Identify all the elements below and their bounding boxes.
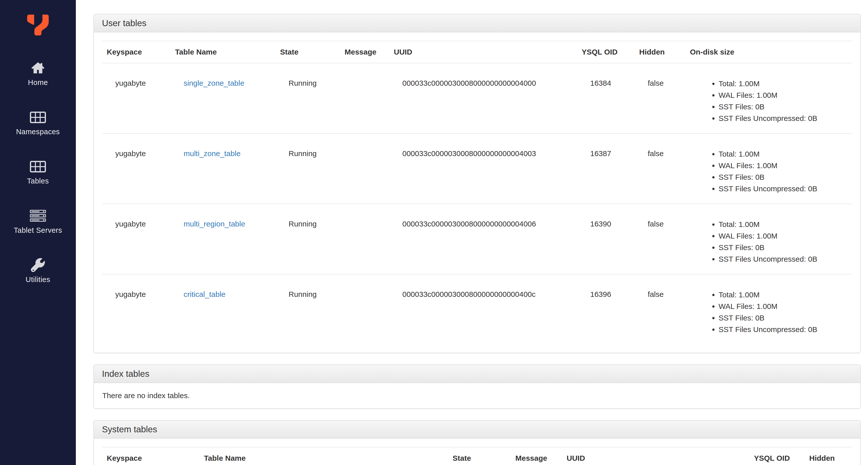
table-row: yugabyte multi_zone_table Running 000033… xyxy=(102,134,852,204)
panel-title: User tables xyxy=(102,18,147,28)
table-header-row: Keyspace Table Name State Message UUID Y… xyxy=(102,41,852,63)
cell-table-name: single_zone_table xyxy=(170,63,276,134)
cell-keyspace: yugabyte xyxy=(102,274,170,344)
yugabyte-logo-icon xyxy=(27,14,49,36)
cell-table-name: critical_table xyxy=(170,274,276,344)
col-on-disk-size: On-disk size xyxy=(685,41,852,63)
table-grid-icon xyxy=(30,159,46,174)
sidebar-item-tables[interactable]: Tables xyxy=(0,152,76,201)
col-ysql-oid: YSQL OID xyxy=(749,447,805,465)
index-tables-panel: Index tables There are no index tables. xyxy=(93,365,861,409)
col-state: State xyxy=(448,447,511,465)
cell-ysql-oid: 16396 xyxy=(577,274,635,344)
col-ysql-oid: YSQL OID xyxy=(577,41,635,63)
cell-hidden: false xyxy=(635,63,685,134)
system-tables-body: Keyspace Table Name State Message UUID Y… xyxy=(94,439,860,465)
cell-hidden: false xyxy=(635,134,685,204)
disk-size-item: SST Files: 0B xyxy=(719,312,849,324)
cell-ysql-oid: 16384 xyxy=(577,63,635,134)
sidebar: Home Namespaces xyxy=(0,0,76,465)
col-message: Message xyxy=(511,447,562,465)
servers-icon xyxy=(30,208,46,224)
index-tables-body: There are no index tables. xyxy=(94,383,860,408)
col-table-name: Table Name xyxy=(170,41,276,63)
cell-keyspace: yugabyte xyxy=(102,63,170,134)
cell-keyspace: yugabyte xyxy=(102,134,170,204)
panel-title: Index tables xyxy=(102,369,149,379)
cell-table-name: multi_zone_table xyxy=(170,134,276,204)
main-content: User tables Keyspace Table Name State Me… xyxy=(76,0,868,465)
col-uuid: UUID xyxy=(562,447,749,465)
col-table-name: Table Name xyxy=(199,447,448,465)
empty-message: There are no index tables. xyxy=(102,391,852,400)
table-row: yugabyte critical_table Running 000033c0… xyxy=(102,274,852,344)
sidebar-item-label: Utilities xyxy=(26,275,50,284)
table-row: yugabyte multi_region_table Running 0000… xyxy=(102,204,852,274)
disk-size-item: SST Files: 0B xyxy=(719,171,849,183)
disk-size-list: Total: 1.00M WAL Files: 1.00M SST Files:… xyxy=(699,148,849,195)
panel-title: System tables xyxy=(102,424,157,434)
user-tables-body: Keyspace Table Name State Message UUID Y… xyxy=(94,32,860,353)
col-message: Message xyxy=(340,41,389,63)
sidebar-item-label: Home xyxy=(28,79,48,87)
col-keyspace: Keyspace xyxy=(102,447,199,465)
system-tables-panel: System tables Keyspace Table Name State … xyxy=(93,420,861,465)
cell-ysql-oid: 16390 xyxy=(577,204,635,274)
disk-size-list: Total: 1.00M WAL Files: 1.00M SST Files:… xyxy=(699,219,849,265)
wrench-icon xyxy=(30,257,46,273)
table-link[interactable]: critical_table xyxy=(184,290,225,298)
cell-state: Running xyxy=(276,134,340,204)
cell-on-disk-size: Total: 1.00M WAL Files: 1.00M SST Files:… xyxy=(685,204,852,274)
disk-size-item: Total: 1.00M xyxy=(719,289,849,301)
table-link[interactable]: multi_zone_table xyxy=(184,149,241,157)
cell-ysql-oid: 16387 xyxy=(577,134,635,204)
cell-hidden: false xyxy=(635,274,685,344)
disk-size-list: Total: 1.00M WAL Files: 1.00M SST Files:… xyxy=(699,78,849,124)
cell-uuid: 000033c0000030008000000000004003 xyxy=(389,134,577,204)
cell-message xyxy=(340,134,389,204)
table-link[interactable]: single_zone_table xyxy=(184,79,244,87)
table-link[interactable]: multi_region_table xyxy=(184,220,245,228)
sidebar-item-home[interactable]: Home xyxy=(0,53,76,103)
disk-size-item: SST Files Uncompressed: 0B xyxy=(719,324,849,335)
table-grid-icon xyxy=(30,110,46,125)
sidebar-item-namespaces[interactable]: Namespaces xyxy=(0,103,76,152)
sidebar-item-label: Tablet Servers xyxy=(14,226,62,234)
disk-size-item: WAL Files: 1.00M xyxy=(719,230,849,242)
cell-message xyxy=(340,274,389,344)
disk-size-item: Total: 1.00M xyxy=(719,78,849,89)
cell-state: Running xyxy=(276,63,340,134)
col-state: State xyxy=(276,41,340,63)
cell-message xyxy=(340,204,389,274)
index-tables-heading: Index tables xyxy=(94,365,860,383)
cell-state: Running xyxy=(276,274,340,344)
cell-on-disk-size: Total: 1.00M WAL Files: 1.00M SST Files:… xyxy=(685,63,852,134)
cell-uuid: 000033c0000030008000000000004006 xyxy=(389,204,577,274)
disk-size-item: WAL Files: 1.00M xyxy=(719,301,849,312)
cell-hidden: false xyxy=(635,204,685,274)
cell-uuid: 000033c0000030008000000000004000 xyxy=(389,63,577,134)
disk-size-item: SST Files: 0B xyxy=(719,101,849,113)
user-tables-heading: User tables xyxy=(94,14,860,32)
col-hidden: Hidden xyxy=(805,447,852,465)
disk-size-item: WAL Files: 1.00M xyxy=(719,89,849,101)
disk-size-item: Total: 1.00M xyxy=(719,219,849,230)
sidebar-nav: Home Namespaces xyxy=(0,53,76,300)
system-tables-heading: System tables xyxy=(94,420,860,439)
cell-state: Running xyxy=(276,204,340,274)
cell-message xyxy=(340,63,389,134)
table-header-row: Keyspace Table Name State Message UUID Y… xyxy=(102,447,852,465)
cell-uuid: 000033c000003000800000000000400c xyxy=(389,274,577,344)
sidebar-item-tablet-servers[interactable]: Tablet Servers xyxy=(0,201,76,250)
cell-on-disk-size: Total: 1.00M WAL Files: 1.00M SST Files:… xyxy=(685,134,852,204)
col-keyspace: Keyspace xyxy=(102,41,170,63)
col-hidden: Hidden xyxy=(635,41,685,63)
cell-keyspace: yugabyte xyxy=(102,204,170,274)
disk-size-item: Total: 1.00M xyxy=(719,148,849,160)
disk-size-item: SST Files Uncompressed: 0B xyxy=(719,183,849,195)
disk-size-item: WAL Files: 1.00M xyxy=(719,160,849,171)
table-row: yugabyte single_zone_table Running 00003… xyxy=(102,63,852,134)
sidebar-item-utilities[interactable]: Utilities xyxy=(0,250,76,300)
yugabyte-logo[interactable] xyxy=(27,14,49,36)
sidebar-item-label: Namespaces xyxy=(16,128,60,136)
